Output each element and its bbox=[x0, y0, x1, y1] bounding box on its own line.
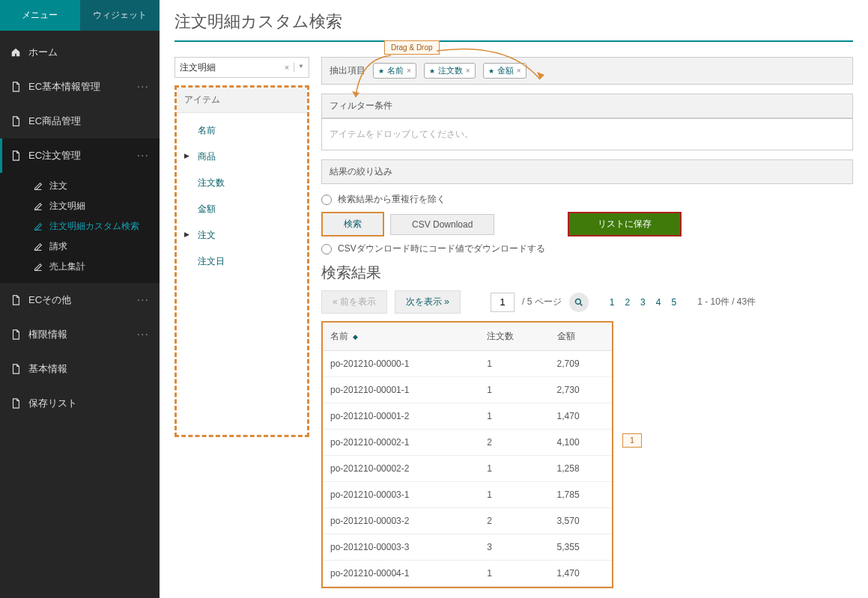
cell-qty: 2 bbox=[479, 430, 549, 456]
search-icon-button[interactable] bbox=[569, 293, 589, 312]
tree-item-order-date[interactable]: 注文日 bbox=[177, 248, 307, 275]
cell-amount: 1,258 bbox=[550, 456, 612, 482]
ellipsis-icon: ··· bbox=[137, 149, 149, 162]
sub-invoice[interactable]: 請求 bbox=[0, 237, 160, 257]
nav: ホーム EC基本情報管理 ··· EC商品管理 EC注文管理 ··· 注文 注文… bbox=[0, 31, 160, 425]
filter-header: フィルター条件 bbox=[321, 94, 853, 118]
nav-basic[interactable]: 基本情報 bbox=[0, 352, 160, 386]
page-4[interactable]: 4 bbox=[655, 297, 663, 308]
table-row[interactable]: po-201210-00003-223,570 bbox=[323, 508, 612, 534]
sub-order-detail-custom[interactable]: 注文明細カスタム検索 bbox=[0, 216, 160, 237]
result-title: 検索結果 bbox=[321, 263, 853, 283]
cell-name: po-201210-00002-1 bbox=[323, 430, 479, 456]
extract-fields[interactable]: 抽出項目 名前× 注文数× 金額× bbox=[321, 57, 853, 85]
tree-item-order[interactable]: 注文 bbox=[177, 222, 307, 248]
document-icon bbox=[10, 398, 21, 409]
pager: « 前を表示 次を表示 » / 5 ページ 1 2 3 4 5 1 - 10件 … bbox=[321, 290, 853, 314]
nav-home[interactable]: ホーム bbox=[0, 35, 160, 70]
radio-icon bbox=[321, 244, 332, 254]
chip-amount[interactable]: 金額× bbox=[483, 63, 526, 79]
col-name[interactable]: 名前◆ bbox=[323, 323, 479, 351]
nav-home-label: ホーム bbox=[28, 46, 58, 59]
table-row[interactable]: po-201210-00002-211,258 bbox=[323, 456, 612, 482]
page-1[interactable]: 1 bbox=[608, 297, 616, 308]
table-row[interactable]: po-201210-00002-124,100 bbox=[323, 430, 612, 456]
page-2[interactable]: 2 bbox=[623, 297, 631, 308]
nav-ec-order-label: EC注文管理 bbox=[28, 149, 81, 162]
page-title: 注文明細カスタム検索 bbox=[174, 10, 853, 33]
tree-item-quantity[interactable]: 注文数 bbox=[177, 170, 307, 196]
close-icon[interactable]: × bbox=[407, 67, 411, 75]
edit-icon bbox=[33, 242, 43, 252]
nav-ec-basic[interactable]: EC基本情報管理 ··· bbox=[0, 70, 160, 104]
chip-name[interactable]: 名前× bbox=[373, 63, 416, 79]
prev-page-button[interactable]: « 前を表示 bbox=[321, 290, 387, 314]
results-table-wrap: 名前◆ 注文数 金額 po-201210-00000-112,709po-201… bbox=[321, 321, 613, 588]
entity-selected-value: 注文明細 bbox=[180, 61, 216, 74]
sub-sales[interactable]: 売上集計 bbox=[0, 257, 160, 277]
sub-invoice-label: 請求 bbox=[49, 240, 67, 253]
nav-saved-list[interactable]: 保存リスト bbox=[0, 386, 160, 421]
ellipsis-icon: ··· bbox=[137, 80, 149, 94]
table-row[interactable]: po-201210-00000-112,709 bbox=[323, 351, 612, 377]
cell-qty: 1 bbox=[479, 351, 549, 377]
table-row[interactable]: po-201210-00004-111,470 bbox=[323, 561, 612, 587]
radio-dedup[interactable]: 検索結果から重複行を除く bbox=[321, 193, 853, 206]
sort-icon: ◆ bbox=[353, 333, 358, 341]
nav-ec-basic-label: EC基本情報管理 bbox=[28, 80, 100, 94]
cell-qty: 1 bbox=[479, 456, 549, 482]
table-row[interactable]: po-201210-00001-211,470 bbox=[323, 403, 612, 430]
nav-permission[interactable]: 権限情報 ··· bbox=[0, 317, 160, 352]
item-tree: アイテム 名前 商品 注文数 金額 注文 注文日 bbox=[174, 85, 309, 437]
document-icon bbox=[10, 116, 21, 126]
save-list-button[interactable]: リストに保存 bbox=[568, 212, 682, 237]
table-row[interactable]: po-201210-00001-112,730 bbox=[323, 377, 612, 403]
entity-select[interactable]: 注文明細 × ▼ bbox=[174, 57, 309, 78]
tab-widget[interactable]: ウィジェット bbox=[80, 0, 160, 31]
next-page-button[interactable]: 次を表示 » bbox=[395, 290, 461, 314]
radio-csvcode[interactable]: CSVダウンロード時にコード値でダウンロードする bbox=[321, 242, 853, 255]
col-qty[interactable]: 注文数 bbox=[479, 323, 549, 351]
chip-quantity[interactable]: 注文数× bbox=[424, 63, 476, 79]
csv-download-button[interactable]: CSV Download bbox=[390, 214, 494, 235]
document-icon bbox=[10, 329, 21, 340]
sub-order-detail-label: 注文明細 bbox=[49, 200, 85, 213]
tree-item-product[interactable]: 商品 bbox=[177, 144, 307, 170]
filter-dropzone[interactable]: アイテムをドロップしてください。 bbox=[321, 118, 853, 150]
ellipsis-icon: ··· bbox=[137, 293, 149, 307]
cell-amount: 5,355 bbox=[550, 534, 612, 561]
edit-icon bbox=[33, 222, 43, 232]
nav-ec-other[interactable]: ECその他 ··· bbox=[0, 283, 160, 317]
chevron-down-icon[interactable]: ▼ bbox=[294, 63, 304, 72]
page-5[interactable]: 5 bbox=[670, 297, 678, 308]
tree-item-amount[interactable]: 金額 bbox=[177, 196, 307, 222]
cell-name: po-201210-00001-2 bbox=[323, 403, 479, 430]
col-amount[interactable]: 金額 bbox=[550, 323, 612, 351]
svg-point-0 bbox=[575, 299, 580, 304]
cell-qty: 1 bbox=[479, 377, 549, 403]
sidebar-tabs: メニュー ウィジェット bbox=[0, 0, 160, 31]
document-icon bbox=[10, 364, 21, 374]
sub-order-detail[interactable]: 注文明細 bbox=[0, 196, 160, 216]
table-row[interactable]: po-201210-00003-111,785 bbox=[323, 482, 612, 508]
nav-basic-label: 基本情報 bbox=[28, 362, 67, 376]
tree-item-name[interactable]: 名前 bbox=[177, 118, 307, 144]
page-input[interactable] bbox=[491, 293, 515, 312]
page-3[interactable]: 3 bbox=[639, 297, 647, 308]
table-row[interactable]: po-201210-00003-335,355 bbox=[323, 534, 612, 561]
search-button[interactable]: 検索 bbox=[321, 212, 384, 237]
close-icon[interactable]: × bbox=[466, 67, 470, 75]
cell-name: po-201210-00001-1 bbox=[323, 377, 479, 403]
cell-name: po-201210-00000-1 bbox=[323, 351, 479, 377]
edit-icon bbox=[33, 201, 43, 212]
edit-icon bbox=[33, 262, 43, 272]
callout-1: 1 bbox=[622, 433, 642, 448]
sub-order-detail-custom-label: 注文明細カスタム検索 bbox=[49, 220, 139, 233]
sub-order[interactable]: 注文 bbox=[0, 176, 160, 196]
tab-menu[interactable]: メニュー bbox=[0, 0, 80, 31]
narrow-label: 結果の絞り込み bbox=[330, 165, 392, 178]
clear-icon[interactable]: × bbox=[283, 63, 291, 72]
nav-ec-order[interactable]: EC注文管理 ··· bbox=[0, 138, 160, 173]
nav-ec-product[interactable]: EC商品管理 bbox=[0, 104, 160, 138]
close-icon[interactable]: × bbox=[517, 67, 521, 75]
